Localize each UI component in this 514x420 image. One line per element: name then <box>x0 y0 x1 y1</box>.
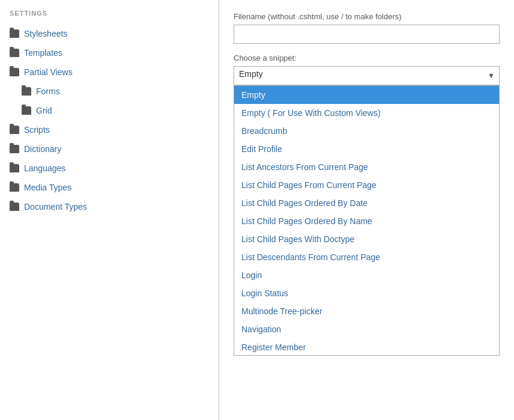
sidebar-item-label: Document Types <box>24 202 87 212</box>
dropdown-item-list-descendants[interactable]: List Descendants From Current Page <box>234 248 499 266</box>
filename-input[interactable] <box>234 25 500 44</box>
sidebar-item-document-types[interactable]: Document Types <box>0 197 219 216</box>
sidebar: SETTINGS StylesheetsTemplatesPartial Vie… <box>0 0 219 420</box>
folder-icon <box>10 29 19 38</box>
dropdown-item-list-child-date[interactable]: List Child Pages Ordered By Date <box>234 194 499 212</box>
folder-icon <box>10 164 19 172</box>
snippet-select-wrapper: Empty ▼ EmptyEmpty ( For Use With Custom… <box>234 66 500 85</box>
snippet-select-display[interactable]: Empty <box>234 66 500 85</box>
sidebar-item-grid[interactable]: Grid <box>0 101 219 120</box>
sidebar-item-stylesheets[interactable]: Stylesheets <box>0 24 219 43</box>
folder-icon <box>10 126 19 134</box>
sidebar-item-label: Templates <box>24 48 62 58</box>
main-content: Filename (without .cshtml, use / to make… <box>219 0 514 420</box>
sidebar-item-label: Partial Views <box>24 67 73 77</box>
dropdown-item-empty[interactable]: Empty <box>234 86 499 104</box>
folder-icon <box>10 68 19 76</box>
sidebar-item-label: Languages <box>24 163 65 173</box>
dropdown-item-breadcrumb[interactable]: Breadcrumb <box>234 122 499 140</box>
settings-label: SETTINGS <box>0 10 219 24</box>
folder-icon <box>22 106 31 115</box>
folder-icon <box>10 49 19 57</box>
dropdown-item-navigation[interactable]: Navigation <box>234 320 499 338</box>
filename-label: Filename (without .cshtml, use / to make… <box>234 12 500 21</box>
snippet-label: Choose a snippet: <box>234 53 500 62</box>
folder-icon <box>10 145 19 153</box>
sidebar-item-templates[interactable]: Templates <box>0 43 219 62</box>
dropdown-item-login-status[interactable]: Login Status <box>234 284 499 302</box>
dropdown-item-empty-custom[interactable]: Empty ( For Use With Custom Views) <box>234 104 499 122</box>
dropdown-item-list-child-name[interactable]: List Child Pages Ordered By Name <box>234 212 499 230</box>
dropdown-item-list-child-doctype[interactable]: List Child Pages With Doctype <box>234 230 499 248</box>
folder-icon <box>10 202 19 211</box>
folder-icon <box>10 183 19 192</box>
dropdown-item-list-ancestors[interactable]: List Ancestors From Current Page <box>234 158 499 176</box>
sidebar-item-scripts[interactable]: Scripts <box>0 120 219 139</box>
dropdown-item-multinode[interactable]: Multinode Tree-picker <box>234 302 499 320</box>
sidebar-item-label: Dictionary <box>24 144 61 154</box>
dropdown-item-login[interactable]: Login <box>234 266 499 284</box>
sidebar-item-label: Grid <box>36 106 52 115</box>
sidebar-item-forms[interactable]: Forms <box>0 82 219 101</box>
sidebar-item-dictionary[interactable]: Dictionary <box>0 139 219 159</box>
sidebar-item-label: Scripts <box>24 125 50 135</box>
sidebar-item-languages[interactable]: Languages <box>0 159 219 178</box>
dropdown-item-list-child[interactable]: List Child Pages From Current Page <box>234 176 499 194</box>
folder-icon <box>22 87 31 96</box>
dropdown-item-register-member[interactable]: Register Member <box>234 338 499 356</box>
sidebar-item-label: Forms <box>36 87 60 96</box>
sidebar-item-partial-views[interactable]: Partial Views <box>0 62 219 82</box>
sidebar-item-label: Media Types <box>24 183 71 192</box>
dropdown-item-edit-profile[interactable]: Edit Profile <box>234 140 499 158</box>
sidebar-item-label: Stylesheets <box>24 29 67 38</box>
snippet-dropdown-list: EmptyEmpty ( For Use With Custom Views)B… <box>234 85 500 356</box>
sidebar-item-media-types[interactable]: Media Types <box>0 178 219 197</box>
